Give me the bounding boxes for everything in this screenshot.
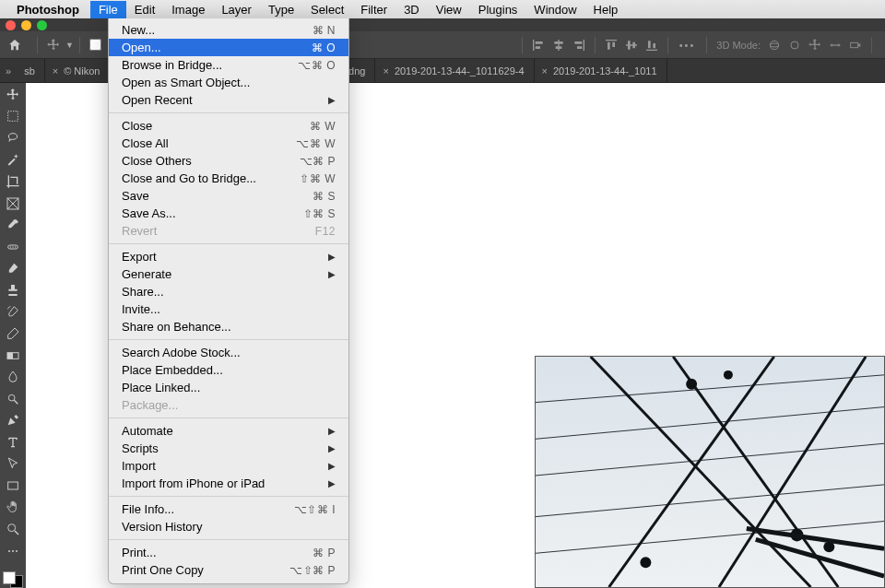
menu-item-place-embedded[interactable]: Place Embedded... xyxy=(109,361,348,379)
history-brush-tool[interactable] xyxy=(3,304,23,321)
marquee-tool[interactable] xyxy=(3,109,23,125)
foreground-color-swatch[interactable] xyxy=(3,571,16,584)
home-icon[interactable] xyxy=(7,38,22,53)
app-name[interactable]: Photoshop xyxy=(17,3,79,17)
close-tab-icon[interactable]: × xyxy=(53,65,58,76)
svg-point-11 xyxy=(15,246,16,247)
menu-item-close-and-go-to-bridge[interactable]: Close and Go to Bridge...⇧⌘ W xyxy=(109,170,348,187)
menu-item-scripts[interactable]: Scripts▶ xyxy=(109,440,348,457)
menu-3d[interactable]: 3D xyxy=(395,1,428,18)
auto-select-checkbox[interactable] xyxy=(89,39,101,51)
3d-orbit-icon[interactable] xyxy=(767,38,782,53)
gradient-tool[interactable] xyxy=(3,347,23,364)
color-swatches[interactable] xyxy=(3,571,23,588)
menu-item-export[interactable]: Export▶ xyxy=(109,248,348,265)
more-options-icon[interactable]: ••• xyxy=(679,40,696,51)
submenu-arrow-icon: ▶ xyxy=(328,426,336,436)
menu-item-new[interactable]: New...⌘ N xyxy=(109,21,348,39)
blur-tool[interactable] xyxy=(3,369,23,385)
wand-tool[interactable] xyxy=(3,152,23,169)
menu-item-import-from-iphone-or-ipad[interactable]: Import from iPhone or iPad▶ xyxy=(109,475,348,492)
menu-item-close-others[interactable]: Close Others⌥⌘ P xyxy=(109,152,348,170)
close-tab-icon[interactable]: × xyxy=(542,65,548,76)
menu-type[interactable]: Type xyxy=(260,1,302,18)
path-select-tool[interactable] xyxy=(3,456,23,473)
lasso-tool[interactable] xyxy=(3,130,23,147)
menu-item-automate[interactable]: Automate▶ xyxy=(109,422,348,440)
menu-help[interactable]: Help xyxy=(585,1,627,18)
menu-item-print[interactable]: Print...⌘ P xyxy=(109,544,348,561)
svg-line-27 xyxy=(591,357,811,587)
svg-point-9 xyxy=(10,246,11,247)
tabs-overflow-icon[interactable]: » xyxy=(0,65,17,76)
menu-item-import[interactable]: Import▶ xyxy=(109,457,348,475)
align-right-icon[interactable] xyxy=(572,38,586,53)
menu-item-open-as-smart-object[interactable]: Open as Smart Object... xyxy=(109,74,348,91)
more-tool[interactable] xyxy=(3,543,23,559)
eyedropper-tool[interactable] xyxy=(3,217,23,233)
document-tab[interactable]: ×2019-201-13-44-_1011629-4 xyxy=(375,59,534,82)
menu-view[interactable]: View xyxy=(428,1,470,18)
pen-tool[interactable] xyxy=(3,412,23,429)
menu-item-save[interactable]: Save⌘ S xyxy=(109,187,348,205)
menu-plugins[interactable]: Plugins xyxy=(470,1,526,18)
traffic-light-zoom-icon[interactable] xyxy=(37,20,47,30)
zoom-tool[interactable] xyxy=(3,521,23,537)
align-top-icon[interactable] xyxy=(604,38,619,53)
menu-item-search-adobe-stock[interactable]: Search Adobe Stock... xyxy=(109,344,348,361)
menu-item-browse-in-bridge[interactable]: Browse in Bridge...⌥⌘ O xyxy=(109,56,348,74)
traffic-light-close-icon[interactable] xyxy=(6,20,16,30)
document-tab[interactable]: sb xyxy=(17,59,45,82)
type-tool[interactable] xyxy=(3,434,23,451)
traffic-light-minimize-icon[interactable] xyxy=(21,20,31,30)
menu-item-place-linked[interactable]: Place Linked... xyxy=(109,379,348,396)
align-center-h-icon[interactable] xyxy=(551,38,566,53)
menu-file[interactable]: File xyxy=(90,1,126,18)
crop-tool[interactable] xyxy=(3,173,23,190)
align-bottom-icon[interactable] xyxy=(644,38,659,53)
menu-item-package: Package... xyxy=(109,396,348,414)
rectangle-tool[interactable] xyxy=(3,477,23,494)
align-left-icon[interactable] xyxy=(531,38,546,53)
document-tab[interactable]: ×© Nikon xyxy=(45,59,111,82)
menu-item-save-as[interactable]: Save As...⇧⌘ S xyxy=(109,205,348,222)
document-tab[interactable]: ×2019-201-13-44-_1011 xyxy=(535,59,667,82)
menu-item-close[interactable]: Close⌘ W xyxy=(109,117,348,135)
menu-item-open-recent[interactable]: Open Recent▶ xyxy=(109,91,348,109)
brush-tool[interactable] xyxy=(3,261,23,277)
menu-item-file-info[interactable]: File Info...⌥⇧⌘ I xyxy=(109,500,348,518)
left-toolbar xyxy=(0,83,26,588)
3d-pan-icon[interactable] xyxy=(808,38,822,53)
close-tab-icon[interactable]: × xyxy=(383,65,388,76)
svg-point-20 xyxy=(12,550,14,552)
menu-filter[interactable]: Filter xyxy=(352,1,395,18)
menu-item-close-all[interactable]: Close All⌥⌘ W xyxy=(109,135,348,152)
menu-item-open[interactable]: Open...⌘ O xyxy=(109,39,348,56)
menu-item-share[interactable]: Share... xyxy=(109,283,348,300)
menu-select[interactable]: Select xyxy=(302,1,352,18)
menu-item-print-one-copy[interactable]: Print One Copy⌥⇧⌘ P xyxy=(109,561,348,579)
svg-point-14 xyxy=(8,394,15,401)
menu-image[interactable]: Image xyxy=(163,1,213,18)
menu-item-generate[interactable]: Generate▶ xyxy=(109,265,348,283)
menu-edit[interactable]: Edit xyxy=(126,1,163,18)
3d-camera-icon[interactable] xyxy=(848,38,863,53)
frame-tool[interactable] xyxy=(3,195,23,212)
dodge-tool[interactable] xyxy=(3,391,23,407)
align-center-v-icon[interactable] xyxy=(624,38,639,53)
menu-item-share-on-behance[interactable]: Share on Behance... xyxy=(109,318,348,335)
move-tool[interactable] xyxy=(3,87,23,103)
healing-tool[interactable] xyxy=(3,239,23,255)
3d-rotate-icon[interactable] xyxy=(787,38,802,53)
menu-item-version-history[interactable]: Version History xyxy=(109,518,348,535)
move-icon[interactable] xyxy=(46,38,61,53)
menu-item-invite[interactable]: Invite... xyxy=(109,300,348,318)
stamp-tool[interactable] xyxy=(3,282,23,299)
hand-tool[interactable] xyxy=(3,500,23,516)
eraser-tool[interactable] xyxy=(3,325,23,342)
menu-window[interactable]: Window xyxy=(525,1,584,18)
menu-layer[interactable]: Layer xyxy=(213,1,260,18)
svg-line-29 xyxy=(609,357,774,587)
svg-rect-4 xyxy=(8,112,18,122)
3d-slide-icon[interactable] xyxy=(828,38,843,53)
